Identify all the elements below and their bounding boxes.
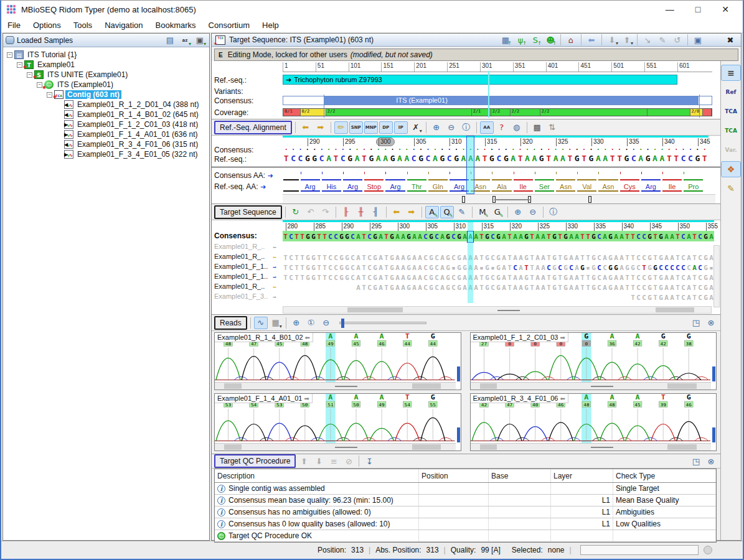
info-icon[interactable]: ⓘ [547, 206, 560, 218]
tree-item-example01-r-3-4-f01-06-315-nt[interactable]: ∿∿◀Example01_R_3_4_F01_06 (315 nt) [3, 139, 209, 149]
consensus-quality-icon[interactable]: ? [495, 121, 509, 134]
upload-task-icon[interactable]: S↑ [529, 34, 542, 46]
trim-start-icon[interactable]: ╟ [339, 206, 353, 218]
read-row[interactable]: Example01_R_..⬅ [212, 243, 720, 253]
qc-column-header[interactable]: Position [419, 469, 489, 482]
minimize-button[interactable]: — [666, 4, 674, 14]
overview-panel-button[interactable]: ≡ [721, 65, 741, 81]
export-table-icon[interactable]: ▦↑ [499, 34, 512, 46]
read-row[interactable]: Example01_R_..⬅ATCGATGAAGAACGCAGCGAAATGC… [212, 282, 720, 292]
edit-gap-icon[interactable]: ✎ [455, 206, 469, 218]
chromatogram-vscrollbar[interactable] [712, 427, 715, 442]
close-view-icon[interactable]: ✖ [723, 34, 737, 46]
tree-item-example01-r-1-2-d01-04-388-nt[interactable]: ∿∿◀Example01_R_1_2_D01_04 (388 nt) [3, 100, 209, 110]
chromatogram-hscrollbar[interactable] [471, 382, 712, 390]
tree-item-example01-f-1-2-c01-03-418-nt[interactable]: ∿∿▶Example01_F_1_2_C01_03 (418 nt) [3, 119, 209, 129]
iupac-icon[interactable]: ⇅ [545, 121, 559, 134]
chromatogram-hscrollbar[interactable] [215, 443, 456, 450]
popout-panel-icon[interactable]: ◳ [689, 317, 703, 329]
reassemble-icon[interactable]: ↻ [289, 206, 303, 218]
chromatogram-icon[interactable]: ∿ [254, 317, 268, 329]
edit-m-icon[interactable]: M✎ [476, 206, 489, 218]
chromatogram-panel[interactable]: Example01_F_1_4_A01_01➡A53G54C53G50A51A5… [214, 393, 461, 451]
qc-column-header[interactable]: Description [215, 469, 419, 482]
popout-panel-icon[interactable]: ◳ [689, 455, 703, 467]
maximize-button[interactable]: □ [695, 4, 700, 14]
grid-layout-icon[interactable]: ▦▾ [269, 317, 283, 329]
previous-difference-icon[interactable]: ⬆▾ [620, 34, 634, 46]
tree-item-its-tutorial-1[interactable]: −▤ITS Tutorial {1} [3, 50, 209, 60]
zoom-original-icon[interactable]: ① [304, 317, 318, 329]
edit-q-icon[interactable]: Q✎ [440, 206, 454, 218]
read-row[interactable]: Example01_R_..⬅TCTTGGTTCCGGCATCGATGAAGAA… [212, 253, 720, 263]
trim-both-icon[interactable]: ╫ [354, 206, 368, 218]
read-row[interactable]: Example01_F_1..➡TCTTGGTTCCGGCATCGATGAAGA… [212, 273, 720, 282]
cancel-icon[interactable]: ⊘ [342, 455, 356, 467]
dp-icon[interactable]: DP [379, 121, 393, 134]
undo-icon[interactable]: ↶ [304, 206, 318, 218]
edit-tools-button[interactable]: ✎ [721, 180, 741, 197]
tree-expander[interactable]: − [27, 72, 32, 78]
chromatogram-vscrollbar[interactable] [457, 427, 460, 442]
zoom-in-icon[interactable]: ⊕ [430, 121, 443, 134]
sort-samples-icon[interactable]: az▾ [178, 34, 192, 47]
target-sequence-alignment[interactable]: Consensus: 28028529029530030531031532032… [212, 220, 720, 315]
tree-expander[interactable]: − [7, 52, 12, 58]
reference-sequence-bar[interactable]: ➜ Trichophyton rubrum Z97993 [283, 75, 677, 85]
target-sequence-button[interactable]: Target Sequence [214, 205, 282, 219]
edit-g-icon[interactable]: G✎ [491, 206, 504, 218]
next-difference-icon[interactable]: ⬇▾ [605, 34, 619, 46]
tree-item-its-unite-example01[interactable]: −S✱ITS UNITE (Example01) [3, 70, 209, 80]
ip-icon[interactable]: IP [394, 121, 408, 134]
redo-icon[interactable]: ↷ [319, 206, 332, 218]
trim-end-icon[interactable]: ╢ [369, 206, 383, 218]
info-icon[interactable]: ⓘ [459, 121, 473, 134]
read-row[interactable]: Example01_F_3..➡TCCGTGAATCATCGA [212, 292, 720, 302]
reads-panel-button[interactable]: ❖ [721, 161, 741, 177]
tree-expander[interactable]: − [17, 62, 22, 68]
consensus-bar[interactable]: ITS (Example01) [283, 96, 712, 105]
next-edit-icon[interactable]: ➡ [405, 206, 418, 218]
zoom-out-icon[interactable]: ⊖ [319, 317, 333, 329]
variants-panel-button[interactable]: Var. [721, 142, 741, 158]
orf-slider-handle[interactable] [462, 196, 465, 203]
target-sequence-panel-button[interactable]: TCA [721, 123, 741, 139]
tree-item-example01[interactable]: −T✱Example01 [3, 60, 209, 70]
trace-scale-slider[interactable] [339, 322, 426, 324]
chromatogram-hscrollbar[interactable] [215, 382, 456, 390]
tree-item-example01-f-3-4-e01-05-322-nt[interactable]: ∿∿▶Example01_F_3_4_E01_05 (322 nt) [3, 149, 209, 159]
move-down-icon[interactable]: ⬇ [312, 455, 326, 467]
menu-help[interactable]: Help [256, 19, 285, 32]
menu-navigation[interactable]: Navigation [98, 19, 149, 32]
target-hscrollbar[interactable] [283, 306, 712, 314]
refseq-alignment-button[interactable]: Ref.-Seq. Alignment [214, 121, 292, 134]
read-row[interactable]: Example01_F_1..➡TCTTGGTTCCGGCATCGATGAAGA… [212, 263, 720, 273]
tree-item-contig-603-nt[interactable]: −TCA✱Contig (603 nt) [3, 90, 209, 100]
qc-row[interactable]: iConsensus has 0 low quality bases (allo… [215, 518, 716, 530]
chromatogram-panel[interactable]: Example01_R_3_4_F01_06⬅A42G47C40G46A48A4… [470, 393, 717, 451]
close-panel-icon[interactable]: ⊗ [704, 317, 718, 329]
target-consensus-sequence[interactable]: TCTTGGTTCCGGCATCGATGAAGAACGCAGCGAAATGCGA… [283, 231, 714, 241]
qc-row[interactable]: iConsensus mean base quality: 96.23 (min… [215, 495, 716, 506]
qc-column-header[interactable]: Base [489, 469, 551, 482]
home-icon[interactable]: ⌂ [564, 34, 578, 46]
menu-file[interactable]: File [1, 19, 27, 32]
target-vscrollbar[interactable] [713, 245, 720, 307]
tree-item-its-example01[interactable]: −☺✱ITS (Example01) [3, 80, 209, 90]
edit-annotation-icon[interactable]: ✎ [656, 34, 669, 46]
edit-variant-icon[interactable]: ✏ [334, 121, 348, 134]
zoom-in-icon[interactable]: ⊕ [290, 317, 303, 329]
menu-options[interactable]: Options [27, 19, 67, 32]
menu-bookmarks[interactable]: Bookmarks [149, 19, 202, 32]
upload-target-icon[interactable]: ☻↑ [544, 34, 557, 46]
chromatogram-vscrollbar[interactable] [457, 366, 460, 381]
aa-ruler-icon[interactable]: AA [480, 121, 494, 134]
orf-slider-handle[interactable] [588, 196, 591, 203]
alignment-panel-button[interactable]: TCA [721, 103, 741, 119]
blast-icon[interactable]: ◍ [510, 121, 524, 134]
window-layout-icon[interactable]: ▣▾ [193, 34, 207, 47]
zoom-out-icon[interactable]: ⊖ [526, 206, 540, 218]
previous-variant-icon[interactable]: ⬅ [299, 121, 313, 134]
coverage-bar[interactable]: 0/10/22/22/12/22/22/22/0 [283, 108, 712, 116]
qc-column-header[interactable]: Check Type [613, 469, 716, 482]
